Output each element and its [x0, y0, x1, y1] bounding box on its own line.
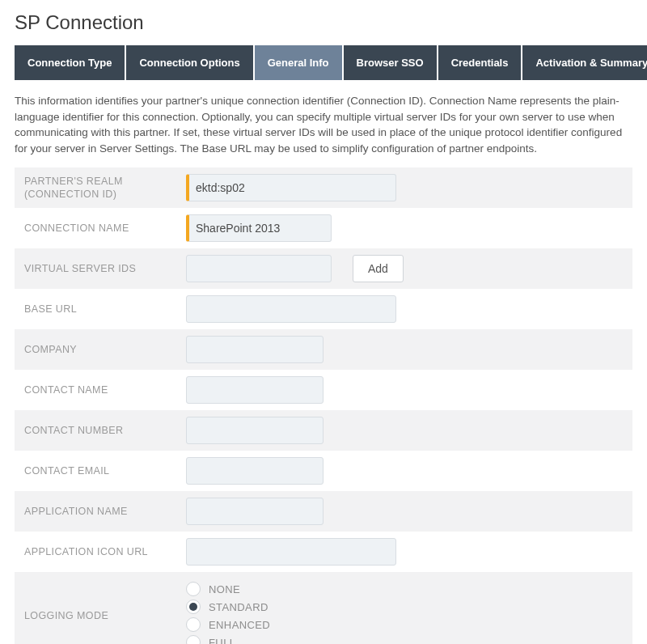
radio-dot-icon [186, 635, 201, 644]
label-connection-name: CONNECTION NAME [24, 222, 186, 235]
row-contact-name: CONTACT NAME [15, 370, 632, 410]
input-base-url[interactable] [186, 295, 396, 323]
tab-credentials[interactable]: Credentials [438, 45, 522, 80]
row-virtual-server-ids: VIRTUAL SERVER IDS Add [15, 248, 632, 289]
row-partners-realm: PARTNER'S REALM (CONNECTION ID) [15, 167, 632, 208]
logging-mode-group: NONE STANDARD ENHANCED FULL [186, 578, 270, 644]
add-button[interactable]: Add [353, 255, 404, 282]
tab-activation-summary[interactable]: Activation & Summary [522, 45, 647, 80]
row-connection-name: CONNECTION NAME [15, 208, 632, 248]
label-application-name: APPLICATION NAME [24, 505, 186, 518]
tab-bar: Connection Type Connection Options Gener… [15, 45, 632, 80]
tab-connection-type[interactable]: Connection Type [15, 45, 125, 80]
label-base-url: BASE URL [24, 303, 186, 316]
row-company: COMPANY [15, 329, 632, 370]
page-title: SP Connection [15, 11, 632, 34]
tab-general-info[interactable]: General Info [255, 45, 342, 80]
row-contact-email: CONTACT EMAIL [15, 451, 632, 491]
tab-browser-sso[interactable]: Browser SSO [344, 45, 437, 80]
input-contact-name[interactable] [186, 376, 324, 404]
radio-label: FULL [209, 637, 235, 644]
radio-logging-enhanced[interactable]: ENHANCED [186, 617, 270, 632]
input-application-icon-url[interactable] [186, 538, 396, 566]
label-logging-mode: LOGGING MODE [24, 609, 186, 622]
radio-label: ENHANCED [209, 619, 270, 631]
row-base-url: BASE URL [15, 289, 632, 329]
label-application-icon-url: APPLICATION ICON URL [24, 545, 186, 558]
tab-connection-options[interactable]: Connection Options [126, 45, 252, 80]
input-contact-email[interactable] [186, 457, 324, 485]
row-application-name: APPLICATION NAME [15, 491, 632, 532]
input-contact-number[interactable] [186, 417, 324, 444]
label-contact-number: CONTACT NUMBER [24, 424, 186, 437]
radio-label: STANDARD [209, 601, 269, 613]
label-virtual-server-ids: VIRTUAL SERVER IDS [24, 262, 186, 275]
radio-dot-icon [186, 617, 201, 632]
input-virtual-server-id[interactable] [186, 255, 332, 282]
input-application-name[interactable] [186, 498, 324, 525]
radio-logging-none[interactable]: NONE [186, 582, 270, 596]
input-connection-name[interactable] [186, 214, 332, 242]
radio-logging-standard[interactable]: STANDARD [186, 600, 270, 614]
radio-label: NONE [209, 583, 240, 595]
label-company: COMPANY [24, 343, 186, 356]
row-logging-mode: LOGGING MODE NONE STANDARD ENHANCED FULL [15, 572, 632, 644]
radio-dot-icon [186, 582, 201, 596]
row-contact-number: CONTACT NUMBER [15, 410, 632, 451]
row-application-icon-url: APPLICATION ICON URL [15, 532, 632, 572]
intro-text: This information identifies your partner… [15, 93, 632, 156]
radio-dot-icon [186, 600, 201, 614]
label-partners-realm: PARTNER'S REALM (CONNECTION ID) [24, 175, 186, 201]
input-company[interactable] [186, 336, 324, 363]
label-contact-name: CONTACT NAME [24, 383, 186, 396]
input-partners-realm[interactable] [186, 174, 396, 201]
radio-logging-full[interactable]: FULL [186, 635, 270, 644]
label-contact-email: CONTACT EMAIL [24, 464, 186, 477]
